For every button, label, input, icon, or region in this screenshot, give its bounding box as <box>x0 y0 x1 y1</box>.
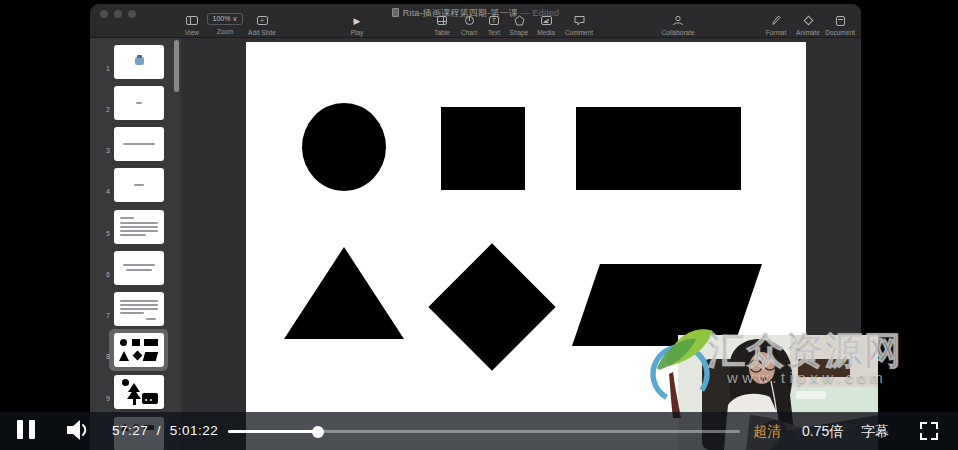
progress-thumb[interactable] <box>312 426 324 438</box>
slide-thumbnail-7[interactable] <box>114 292 164 326</box>
time-display: 57:27 / 5:01:22 <box>112 423 218 438</box>
pause-icon <box>17 420 23 439</box>
speaker-icon <box>66 419 92 441</box>
toolbar-collaborate-button[interactable]: Collaborate <box>650 14 706 36</box>
window-chrome: Rita-插画课程第四期-第一课 — Edited View 100% ∨ Zo… <box>90 4 861 38</box>
add-slide-icon: + <box>234 14 290 27</box>
shape-square[interactable] <box>441 107 525 190</box>
watermark-logo <box>646 322 716 420</box>
document-icon <box>392 8 399 17</box>
fullscreen-button[interactable] <box>920 422 938 440</box>
progress-track[interactable] <box>228 430 740 433</box>
shape-triangle[interactable] <box>284 247 404 339</box>
slide-number: 2 <box>92 106 110 113</box>
subtitle-button[interactable]: 字幕 <box>861 423 889 441</box>
toolbar-play-button[interactable]: ▶ Play <box>329 14 385 36</box>
navigator-scrollbar[interactable] <box>174 40 179 92</box>
shape-circle[interactable] <box>302 103 386 191</box>
duration: 5:01:22 <box>170 423 219 438</box>
player-control-bar: 57:27 / 5:01:22 超清 0.75倍 字幕 <box>0 412 958 450</box>
slide-number: 4 <box>92 188 110 195</box>
slide-number: 6 <box>92 271 110 278</box>
quality-button[interactable]: 超清 <box>753 423 781 441</box>
toolbar-add-slide-button[interactable]: + Add Slide <box>234 14 290 36</box>
pause-button[interactable] <box>17 412 43 450</box>
collaborate-icon <box>650 14 706 27</box>
progress-played <box>228 430 318 433</box>
volume-button[interactable] <box>66 419 94 443</box>
watermark-site-url: www.tipxw.com <box>727 369 887 386</box>
slide-thumbnail-9[interactable] <box>114 375 164 409</box>
playback-speed-button[interactable]: 0.75倍 <box>802 423 843 441</box>
play-icon: ▶ <box>329 14 385 27</box>
slide-number: 5 <box>92 230 110 237</box>
video-player: Rita-插画课程第四期-第一课 — Edited View 100% ∨ Zo… <box>0 0 958 450</box>
slide-thumbnail-3[interactable] <box>114 127 164 161</box>
toolbar-comment-button[interactable]: Comment <box>551 14 607 36</box>
shape-diamond[interactable] <box>428 243 555 370</box>
slide-thumbnail-1[interactable] <box>114 45 164 79</box>
slide-number: 7 <box>92 312 110 319</box>
document-panel-icon <box>812 14 861 27</box>
slide-number: 9 <box>92 395 110 402</box>
shape-rectangle[interactable] <box>576 107 741 190</box>
slide-thumbnail-8-selected[interactable] <box>114 333 164 367</box>
slide-thumbnail-6[interactable] <box>114 251 164 285</box>
slide-number: 8 <box>92 353 110 360</box>
slide-thumbnail-4[interactable] <box>114 168 164 202</box>
fullscreen-icon <box>920 422 927 429</box>
slide-number: 1 <box>92 65 110 72</box>
slide-navigator: 1 2 3 4 5 <box>90 38 181 450</box>
slide-number: 3 <box>92 147 110 154</box>
current-time: 57:27 <box>112 423 148 438</box>
comment-icon <box>551 14 607 27</box>
slide-thumbnail-5[interactable] <box>114 210 164 244</box>
toolbar-document-button[interactable]: Document <box>812 14 861 36</box>
slide-thumbnail-2[interactable] <box>114 86 164 120</box>
